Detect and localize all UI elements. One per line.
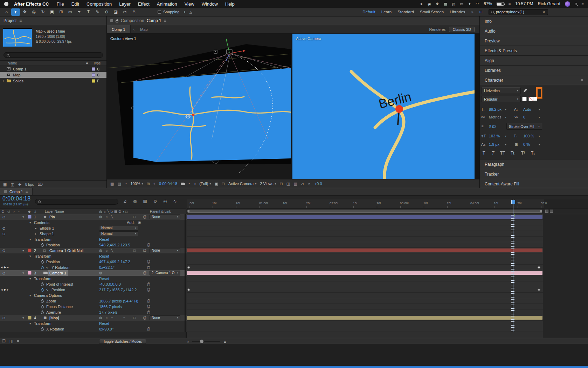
panel-header-preview[interactable]: Preview xyxy=(480,36,588,46)
graph-editor-icon[interactable]: ∿ xyxy=(173,199,177,204)
menu-animation[interactable]: Animation xyxy=(157,1,177,7)
parent-pickwhip-icon[interactable]: @ xyxy=(143,214,146,220)
label-chip[interactable] xyxy=(28,215,32,219)
font-size-value[interactable]: 89.2 px xyxy=(489,107,501,111)
shy-toggle-icon[interactable]: ▤ xyxy=(143,199,147,204)
hand-tool[interactable]: ✥ xyxy=(20,8,29,16)
shape-group-label[interactable]: Ellipse 1 xyxy=(40,225,54,231)
home-tool[interactable]: ⌂ xyxy=(2,8,11,16)
viewer-tab-chevron-icon[interactable]: ‹ xyxy=(131,27,138,32)
type-tool[interactable]: T xyxy=(84,8,93,16)
layer-duration-bar[interactable] xyxy=(187,271,542,275)
group-label[interactable]: Transform xyxy=(34,237,51,242)
faux-bold-button[interactable]: T xyxy=(483,151,485,156)
property-pickwhip-icon[interactable]: @ xyxy=(147,326,150,332)
comp-tab-name[interactable]: Comp 1 xyxy=(147,18,161,23)
pixel-aspect-icon[interactable]: ⊟ xyxy=(280,182,283,186)
expander-icon[interactable]: › xyxy=(3,79,7,83)
row-track[interactable] xyxy=(187,231,588,237)
item-name[interactable]: Comp 1 xyxy=(13,67,27,71)
row-track[interactable] xyxy=(187,242,588,248)
blend-mode-dropdown[interactable]: Normal▾ xyxy=(99,231,138,236)
active-camera-pane[interactable]: Berlin Active Camera xyxy=(292,34,475,179)
row-track[interactable] xyxy=(187,315,588,321)
project-tab-bar[interactable]: Project ≡ xyxy=(0,16,106,25)
stroke-width-value[interactable]: 0 px xyxy=(489,124,496,128)
workspace-overflow-icon[interactable]: » xyxy=(471,10,473,14)
time-ruler[interactable]: :00f10f20f01:00f10f20f02:00f10f20f03:00f… xyxy=(187,199,588,209)
viewer-tab-map[interactable]: Map xyxy=(137,27,150,32)
3d-switch[interactable]: □ xyxy=(133,248,136,253)
caret-icon[interactable]: ▾ xyxy=(505,143,506,146)
group-label[interactable]: Transform xyxy=(34,276,51,281)
clock[interactable]: 10:57 PM xyxy=(515,1,533,6)
expander-icon[interactable]: ▸ xyxy=(35,231,37,237)
transparency-grid-icon[interactable]: ⊡ xyxy=(222,182,225,186)
bluetooth-icon[interactable]: ✦ xyxy=(468,2,471,6)
vertical-scale-value[interactable]: 103 % xyxy=(489,134,500,138)
workspace-learn[interactable]: Learn xyxy=(381,10,392,14)
property-label[interactable]: Position xyxy=(46,259,60,265)
screen-record-icon[interactable]: ◉ xyxy=(428,2,431,6)
row-track[interactable] xyxy=(187,298,588,304)
timeline-search-field[interactable] xyxy=(35,199,118,205)
expander-icon[interactable]: ▾ xyxy=(22,315,24,321)
property-pickwhip-icon[interactable]: @ xyxy=(147,281,150,287)
layer-name-column-header[interactable]: Layer Name xyxy=(45,210,64,213)
row-track[interactable] xyxy=(187,248,588,253)
battery-icon[interactable] xyxy=(497,2,504,6)
reset-link[interactable]: Reset xyxy=(99,253,109,259)
workspace-default[interactable]: Default xyxy=(362,10,375,14)
location-icon[interactable]: ➤ xyxy=(420,2,423,6)
snapping-checkbox[interactable] xyxy=(158,10,161,14)
parent-dropdown[interactable]: None▾ xyxy=(150,214,180,219)
caret-icon[interactable]: ▾ xyxy=(539,108,540,111)
menu-composition[interactable]: Composition xyxy=(87,1,112,7)
parent-dropdown[interactable]: None▾ xyxy=(150,248,180,253)
new-comp-icon[interactable]: ✚ xyxy=(18,182,21,187)
viewer-timecode[interactable]: 0:00:04:18 xyxy=(159,182,177,186)
snapshot-icon[interactable] xyxy=(181,182,184,186)
current-timecode[interactable]: 0:00:04:18 xyxy=(2,196,31,202)
draft-3d-icon[interactable]: ◍ xyxy=(133,199,137,204)
timeline-row[interactable]: Position497.4,469.2,147.2@ xyxy=(0,259,588,265)
apple-menu-icon[interactable] xyxy=(4,2,8,6)
tracking-value[interactable]: 0 xyxy=(523,115,525,119)
show-snapshot-icon[interactable]: ◔ xyxy=(188,182,190,186)
solo-column-icon[interactable]: ○ xyxy=(13,210,15,213)
timeline-row[interactable]: Position548.2,469.2,123.5@ xyxy=(0,242,588,248)
row-track[interactable] xyxy=(187,293,588,298)
item-name[interactable]: Solids xyxy=(13,79,23,83)
keyboard-icon[interactable]: ⌗ xyxy=(509,2,511,6)
property-value[interactable]: 17.7 pixels xyxy=(99,309,118,315)
fill-color-swatch[interactable] xyxy=(533,97,537,101)
timeline-row[interactable]: ⊙▸Ellipse 1Normal▾ xyxy=(0,225,588,231)
zoom-tool[interactable]: ◎ xyxy=(29,8,38,16)
brush-tool[interactable]: ✎ xyxy=(93,8,102,16)
project-bit-depth[interactable]: 8 bpc xyxy=(25,183,34,186)
property-label[interactable]: Focus Distance xyxy=(46,304,73,309)
ruler-icon[interactable]: ⊞ xyxy=(147,182,150,186)
snapping-control[interactable]: Snapping ✛ △ xyxy=(158,10,192,14)
font-style-select[interactable]: Regular▾ xyxy=(482,96,521,102)
expander-icon[interactable]: ▾ xyxy=(29,293,31,298)
set-white-swatch[interactable] xyxy=(522,97,527,101)
expander-icon[interactable]: ▾ xyxy=(22,214,24,220)
row-track[interactable] xyxy=(187,321,588,326)
eye-icon[interactable]: ⊙ xyxy=(2,270,6,276)
stopwatch-icon[interactable] xyxy=(41,266,44,269)
active-camera-canvas[interactable]: Berlin xyxy=(292,34,475,179)
zoom-in-mountain-icon[interactable]: ▲ xyxy=(223,339,227,343)
timeline-row[interactable]: ◀◆▶∿Position217.7,-1635.7,-1142.2@ xyxy=(0,287,588,293)
property-label[interactable]: Aperture xyxy=(46,309,61,315)
stopwatch-icon[interactable] xyxy=(41,311,44,314)
expander-icon[interactable]: ▾ xyxy=(29,220,31,225)
layer-duration-bar[interactable] xyxy=(187,316,542,320)
layer-duration-bar[interactable] xyxy=(187,248,542,252)
item-name[interactable]: Map xyxy=(13,73,20,77)
label-column-icon[interactable]: ◆ xyxy=(86,61,88,65)
comp-marker-bin[interactable] xyxy=(545,210,553,213)
custom-view-pane[interactable]: Custom View 1 xyxy=(107,34,291,179)
help-search-field[interactable]: propertyIndex(1) ✕ xyxy=(489,9,548,15)
view-layout-select[interactable]: 2 Views▾ xyxy=(260,182,276,186)
